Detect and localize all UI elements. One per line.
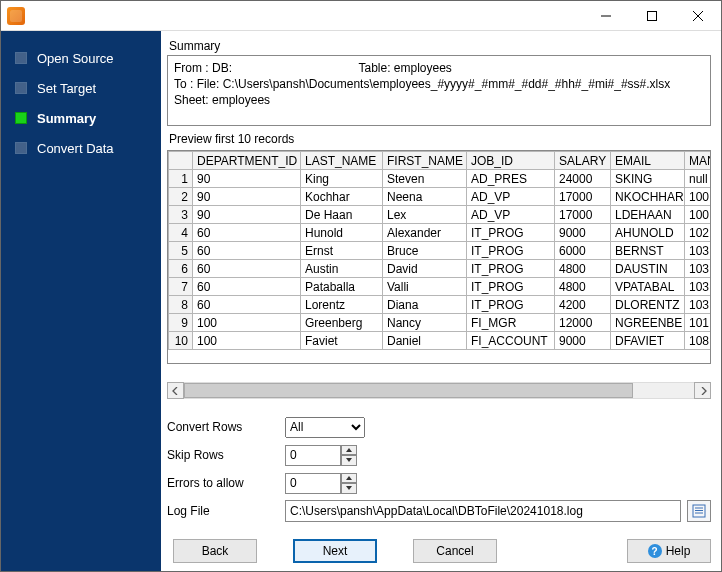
- grid-cell[interactable]: IT_PROG: [467, 260, 555, 278]
- log-file-browse-button[interactable]: [687, 500, 711, 522]
- grid-cell[interactable]: Kochhar: [301, 188, 383, 206]
- grid-cell[interactable]: NKOCHHAR: [611, 188, 685, 206]
- convert-rows-select[interactable]: All: [285, 417, 365, 438]
- grid-cell[interactable]: 60: [193, 242, 301, 260]
- grid-cell[interactable]: LDEHAAN: [611, 206, 685, 224]
- errors-allow-input[interactable]: [285, 473, 341, 494]
- grid-cell[interactable]: 17000: [555, 206, 611, 224]
- grid-cell[interactable]: Neena: [383, 188, 467, 206]
- window-maximize-button[interactable]: [629, 1, 675, 31]
- grid-cell[interactable]: 103: [685, 296, 711, 314]
- grid-cell[interactable]: 90: [193, 206, 301, 224]
- spin-up-icon[interactable]: [341, 473, 357, 484]
- grid-cell[interactable]: 9000: [555, 332, 611, 350]
- table-row[interactable]: 560ErnstBruceIT_PROG6000BERNST103: [169, 242, 711, 260]
- grid-cell[interactable]: Diana: [383, 296, 467, 314]
- skip-rows-spinner[interactable]: [285, 445, 357, 466]
- col-header[interactable]: JOB_ID: [467, 152, 555, 170]
- grid-cell[interactable]: Faviet: [301, 332, 383, 350]
- skip-rows-input[interactable]: [285, 445, 341, 466]
- grid-cell[interactable]: DFAVIET: [611, 332, 685, 350]
- grid-cell[interactable]: 17000: [555, 188, 611, 206]
- grid-cell[interactable]: 102: [685, 224, 711, 242]
- grid-cell[interactable]: FI_ACCOUNT: [467, 332, 555, 350]
- table-row[interactable]: 290KochharNeenaAD_VP17000NKOCHHAR100: [169, 188, 711, 206]
- grid-cell[interactable]: AD_VP: [467, 206, 555, 224]
- grid-cell[interactable]: 103: [685, 260, 711, 278]
- grid-cell[interactable]: IT_PROG: [467, 278, 555, 296]
- preview-hscroll[interactable]: [167, 382, 711, 399]
- table-row[interactable]: 390De HaanLexAD_VP17000LDEHAAN100: [169, 206, 711, 224]
- grid-cell[interactable]: Lex: [383, 206, 467, 224]
- grid-cell[interactable]: 60: [193, 278, 301, 296]
- grid-cell[interactable]: King: [301, 170, 383, 188]
- col-header[interactable]: FIRST_NAME: [383, 152, 467, 170]
- log-file-input[interactable]: [285, 500, 681, 522]
- col-header[interactable]: MANAG: [685, 152, 711, 170]
- grid-cell[interactable]: 60: [193, 224, 301, 242]
- grid-cell[interactable]: SKING: [611, 170, 685, 188]
- grid-cell[interactable]: NGREENBE: [611, 314, 685, 332]
- grid-cell[interactable]: 9000: [555, 224, 611, 242]
- grid-cell[interactable]: IT_PROG: [467, 296, 555, 314]
- grid-cell[interactable]: 60: [193, 260, 301, 278]
- table-row[interactable]: 760PataballaValliIT_PROG4800VPATABAL103: [169, 278, 711, 296]
- spin-up-icon[interactable]: [341, 445, 357, 456]
- table-row[interactable]: 660AustinDavidIT_PROG4800DAUSTIN103: [169, 260, 711, 278]
- grid-cell[interactable]: FI_MGR: [467, 314, 555, 332]
- grid-cell[interactable]: 100: [193, 332, 301, 350]
- grid-cell[interactable]: Alexander: [383, 224, 467, 242]
- sidebar-step-summary[interactable]: Summary: [1, 103, 161, 133]
- errors-allow-spinner[interactable]: [285, 473, 357, 494]
- grid-cell[interactable]: VPATABAL: [611, 278, 685, 296]
- grid-cell[interactable]: Nancy: [383, 314, 467, 332]
- grid-cell[interactable]: Lorentz: [301, 296, 383, 314]
- grid-cell[interactable]: 100: [685, 206, 711, 224]
- table-row[interactable]: 460HunoldAlexanderIT_PROG9000AHUNOLD102: [169, 224, 711, 242]
- window-minimize-button[interactable]: [583, 1, 629, 31]
- grid-cell[interactable]: 90: [193, 170, 301, 188]
- back-button[interactable]: Back: [173, 539, 257, 563]
- grid-cell[interactable]: 100: [193, 314, 301, 332]
- grid-cell[interactable]: 90: [193, 188, 301, 206]
- table-row[interactable]: 860LorentzDianaIT_PROG4200DLORENTZ103: [169, 296, 711, 314]
- grid-cell[interactable]: 108: [685, 332, 711, 350]
- col-header[interactable]: LAST_NAME: [301, 152, 383, 170]
- grid-cell[interactable]: AHUNOLD: [611, 224, 685, 242]
- grid-cell[interactable]: David: [383, 260, 467, 278]
- grid-cell[interactable]: AD_VP: [467, 188, 555, 206]
- grid-cell[interactable]: DLORENTZ: [611, 296, 685, 314]
- grid-cell[interactable]: DAUSTIN: [611, 260, 685, 278]
- grid-cell[interactable]: IT_PROG: [467, 242, 555, 260]
- grid-cell[interactable]: Austin: [301, 260, 383, 278]
- col-header[interactable]: EMAIL: [611, 152, 685, 170]
- grid-cell[interactable]: Greenberg: [301, 314, 383, 332]
- col-header[interactable]: DEPARTMENT_ID: [193, 152, 301, 170]
- grid-cell[interactable]: 100: [685, 188, 711, 206]
- grid-cell[interactable]: Steven: [383, 170, 467, 188]
- table-row[interactable]: 9100GreenbergNancyFI_MGR12000NGREENBE101: [169, 314, 711, 332]
- grid-cell[interactable]: De Haan: [301, 206, 383, 224]
- window-close-button[interactable]: [675, 1, 721, 31]
- cancel-button[interactable]: Cancel: [413, 539, 497, 563]
- scroll-right-icon[interactable]: [694, 382, 711, 399]
- grid-cell[interactable]: Hunold: [301, 224, 383, 242]
- grid-cell[interactable]: 4800: [555, 278, 611, 296]
- help-button[interactable]: ? Help: [627, 539, 711, 563]
- scroll-track[interactable]: [184, 382, 694, 399]
- grid-cell[interactable]: AD_PRES: [467, 170, 555, 188]
- grid-cell[interactable]: 4800: [555, 260, 611, 278]
- grid-cell[interactable]: Bruce: [383, 242, 467, 260]
- spin-down-icon[interactable]: [341, 483, 357, 494]
- scroll-left-icon[interactable]: [167, 382, 184, 399]
- sidebar-step-set-target[interactable]: Set Target: [1, 73, 161, 103]
- preview-grid[interactable]: DEPARTMENT_ID LAST_NAME FIRST_NAME JOB_I…: [168, 151, 710, 350]
- sidebar-step-open-source[interactable]: Open Source: [1, 43, 161, 73]
- grid-cell[interactable]: 4200: [555, 296, 611, 314]
- scroll-thumb[interactable]: [184, 383, 633, 398]
- grid-cell[interactable]: 101: [685, 314, 711, 332]
- grid-cell[interactable]: 103: [685, 242, 711, 260]
- spin-down-icon[interactable]: [341, 455, 357, 466]
- grid-cell[interactable]: Pataballa: [301, 278, 383, 296]
- grid-cell[interactable]: Ernst: [301, 242, 383, 260]
